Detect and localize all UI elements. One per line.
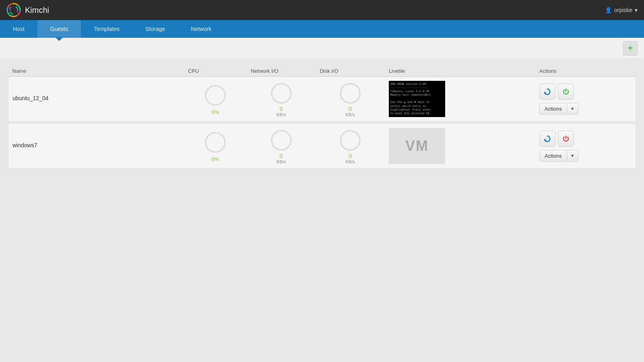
table-row: ubuntu_12_04 0% 0 KB/s 0 KB/s [8, 77, 636, 121]
vm-cpu-cell: 0% [184, 124, 247, 169]
vm-actions-dropdown[interactable]: Actions ▼ [539, 150, 578, 162]
vm-disk-cell: 0 KB/s [316, 77, 384, 121]
refresh-icon [543, 88, 551, 96]
vm-table-container: Name CPU Network I/O Disk I/O Livetile A… [0, 59, 644, 175]
topbar: Kimchi 👤 orpiske ▾ [0, 0, 644, 20]
header-cpu: CPU [184, 66, 247, 77]
network-unit: KB/s [277, 159, 286, 164]
table-row: windows7 0% 0 KB/s 0 KB/s VM [8, 124, 636, 169]
actions-dropdown-caret-icon: ▼ [567, 151, 578, 160]
vm-name-cell: ubuntu_12_04 [8, 77, 184, 121]
refresh-icon [543, 135, 551, 143]
disk-unit: KB/s [346, 112, 355, 117]
cpu-gauge-svg [203, 83, 227, 107]
disk-value: 0 [349, 152, 352, 159]
vm-name-cell: windows7 [8, 124, 184, 169]
network-value: 0 [279, 105, 283, 112]
header-actions: Actions [535, 66, 636, 77]
vm-disk-cell: 0 KB/s [316, 124, 384, 169]
header-name: Name [8, 66, 184, 77]
header-disk-io: Disk I/O [316, 66, 384, 77]
cpu-gauge: 0% [188, 130, 243, 162]
vm-table: Name CPU Network I/O Disk I/O Livetile A… [8, 66, 636, 169]
disk-gauge-svg [338, 81, 362, 105]
cpu-value: 0% [212, 156, 219, 162]
table-header-row: Name CPU Network I/O Disk I/O Livetile A… [8, 66, 636, 77]
vm-livetile-terminal: GNU GRUB version 1.99 ------------------… [389, 81, 445, 117]
disk-unit: KB/s [346, 159, 355, 164]
header-network-io: Network I/O [247, 66, 316, 77]
vm-refresh-button[interactable] [539, 84, 555, 100]
vm-actions-cell: Actions ▼ [535, 124, 636, 169]
cpu-value: 0% [212, 109, 219, 115]
network-io-display: 0 KB/s [251, 81, 312, 117]
nav-item-network[interactable]: Network [178, 20, 224, 38]
vm-livetile-cell: VM [385, 124, 535, 169]
nav-item-host[interactable]: Host [0, 20, 37, 38]
vm-refresh-button[interactable] [539, 131, 555, 147]
vm-livetile-cell: GNU GRUB version 1.99 ------------------… [385, 77, 535, 121]
vm-network-cell: 0 KB/s [247, 77, 316, 121]
vm-name: ubuntu_12_04 [12, 95, 180, 103]
nav-item-templates[interactable]: Templates [81, 20, 132, 38]
header-livetile: Livetile [385, 66, 535, 77]
actions-dropdown-label: Actions [540, 150, 567, 161]
user-caret-icon: ▾ [635, 7, 638, 13]
user-icon: 👤 [605, 7, 612, 13]
vm-actions-cell: Actions ▼ [535, 77, 636, 121]
brand: Kimchi [6, 3, 49, 17]
disk-gauge-svg [338, 128, 362, 152]
username-label: orpiske [614, 7, 632, 13]
vm-power-button[interactable] [558, 131, 574, 147]
add-vm-button[interactable]: + [623, 41, 638, 56]
network-io-display: 0 KB/s [251, 128, 312, 164]
kimchi-logo-icon [6, 3, 21, 17]
navbar: Host Guests Templates Storage Network [0, 20, 644, 38]
power-icon [562, 88, 570, 96]
nav-item-storage[interactable]: Storage [132, 20, 178, 38]
actions-dropdown-label: Actions [540, 103, 567, 114]
power-icon [562, 135, 570, 143]
user-menu[interactable]: 👤 orpiske ▾ [605, 7, 638, 13]
disk-io-display: 0 KB/s [320, 81, 380, 117]
vm-name: windows7 [12, 142, 180, 150]
network-gauge-svg [269, 81, 293, 105]
network-unit: KB/s [277, 112, 286, 117]
nav-item-guests[interactable]: Guests [37, 20, 81, 38]
app-title: Kimchi [25, 6, 49, 15]
network-value: 0 [279, 152, 283, 159]
vm-power-button[interactable] [558, 84, 574, 100]
network-gauge-svg [269, 128, 293, 152]
toolbar: + [0, 38, 644, 59]
vm-network-cell: 0 KB/s [247, 124, 316, 169]
vm-placeholder-text: VM [405, 138, 429, 154]
vm-actions-dropdown[interactable]: Actions ▼ [539, 103, 578, 115]
cpu-gauge: 0% [188, 83, 243, 115]
action-buttons [539, 84, 632, 100]
action-buttons [539, 131, 632, 147]
cpu-gauge-svg [203, 130, 227, 154]
disk-value: 0 [349, 105, 352, 112]
disk-io-display: 0 KB/s [320, 128, 380, 164]
actions-dropdown-caret-icon: ▼ [567, 104, 578, 113]
vm-cpu-cell: 0% [184, 77, 247, 121]
vm-livetile-placeholder: VM [389, 128, 445, 164]
